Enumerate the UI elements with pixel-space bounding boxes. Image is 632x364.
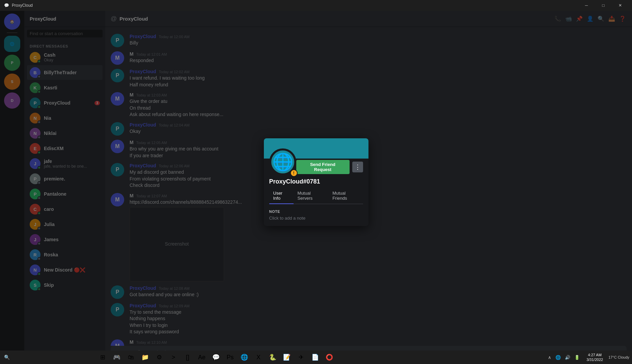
profile-actions: Send Friend Request ⋮ <box>296 160 363 175</box>
taskbar-app-chrome[interactable]: 🌐 <box>238 351 251 364</box>
profile-card: 🌐 ! Send Friend Request ⋮ ProxyCloud#078… <box>264 138 368 226</box>
maximize-button[interactable]: □ <box>596 0 611 11</box>
taskbar-app-windows-search[interactable]: ⊞ <box>96 351 109 364</box>
tray-network[interactable]: 🌐 <box>554 354 562 361</box>
taskbar-app-settings[interactable]: ⚙ <box>153 351 166 364</box>
taskbar-app-notes[interactable]: 📝 <box>280 351 294 364</box>
taskbar-app-ms-store[interactable]: 🛍 <box>124 351 138 364</box>
tray-battery[interactable]: 🔋 <box>573 354 581 361</box>
clock-time: 4:27 AM <box>586 353 603 357</box>
title-bar-controls: ─ □ ✕ <box>579 0 628 11</box>
taskbar-app-photoshop[interactable]: Ps <box>223 351 237 364</box>
profile-avatar-wrap: 🌐 ! <box>269 148 296 175</box>
taskbar-app-bracket-app[interactable]: [] <box>181 351 194 364</box>
taskbar-app-excel[interactable]: X <box>252 351 265 364</box>
tray-chevron[interactable]: ∧ <box>547 354 553 361</box>
taskbar-app-terminal[interactable]: > <box>167 351 180 364</box>
clock-date: 3/31/2022 <box>586 357 603 362</box>
taskbar-apps: ⊞🎮🛍📁⚙>[]Ae💬Ps🌐X🐍📝✈📄⭕ <box>94 351 544 364</box>
profile-avatar-area: 🌐 ! Send Friend Request ⋮ <box>264 148 368 175</box>
taskbar: 🔍 ⊞🎮🛍📁⚙>[]Ae💬Ps🌐X🐍📝✈📄⭕ ∧ 🌐 🔊 🔋 4:27 AM 3… <box>0 351 632 364</box>
taskbar-app-xbox-app[interactable]: 🎮 <box>110 351 123 364</box>
minimize-button[interactable]: ─ <box>579 0 594 11</box>
taskbar-app-adobe-ae[interactable]: Ae <box>195 351 209 364</box>
taskbar-clock[interactable]: 4:27 AM 3/31/2022 <box>584 353 606 362</box>
search-icon: 🔍 <box>4 355 10 360</box>
profile-warning-badge: ! <box>290 169 298 177</box>
more-options-button[interactable]: ⋮ <box>352 162 363 172</box>
tray-volume[interactable]: 🔊 <box>564 354 572 361</box>
weather-display: 17°C Cloudy <box>606 355 632 359</box>
taskbar-app-telegram[interactable]: ✈ <box>294 351 308 364</box>
title-bar: 💬 ProxyCloud ─ □ ✕ <box>0 0 632 11</box>
profile-tab-mutual-servers[interactable]: Mutual Servers <box>294 188 329 204</box>
profile-username: ProxyCloud#0781 <box>264 178 368 188</box>
profile-tab-mutual-friends[interactable]: Mutual Friends <box>328 188 363 204</box>
taskbar-app-discord-app[interactable]: 💬 <box>209 351 223 364</box>
profile-note-input[interactable]: Click to add a note <box>269 216 363 221</box>
taskbar-search[interactable]: 🔍 <box>0 351 94 364</box>
profile-avatar-globe: 🌐 <box>272 152 293 172</box>
taskbar-app-file-explorer[interactable]: 📁 <box>138 351 152 364</box>
title-bar-text: ProxyCloud <box>12 3 33 8</box>
profile-tab-user-info[interactable]: User Info <box>269 188 294 204</box>
profile-body: NOTE Click to add a note <box>264 204 368 226</box>
close-button[interactable]: ✕ <box>612 0 628 11</box>
title-bar-info: 💬 ProxyCloud <box>4 3 33 8</box>
taskbar-app-unknown1[interactable]: 🐍 <box>266 351 279 364</box>
taskbar-tray: ∧ 🌐 🔊 🔋 <box>544 354 584 361</box>
profile-tabs: User InfoMutual ServersMutual Friends <box>269 188 363 204</box>
taskbar-app-files[interactable]: 📄 <box>308 351 322 364</box>
send-friend-request-button[interactable]: Send Friend Request <box>296 160 350 174</box>
taskbar-app-unknown2[interactable]: ⭕ <box>323 351 336 364</box>
profile-note-label: NOTE <box>269 209 363 214</box>
title-bar-icon: 💬 <box>4 3 9 8</box>
